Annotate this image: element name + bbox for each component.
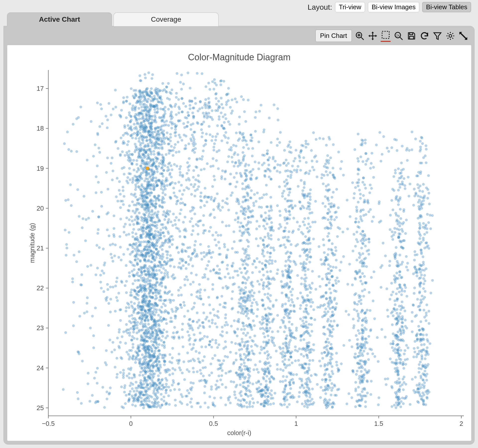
svg-point-3293 xyxy=(242,312,245,315)
svg-point-4341 xyxy=(331,242,334,245)
svg-point-2694 xyxy=(122,330,125,333)
svg-point-3445 xyxy=(266,152,268,155)
svg-point-2245 xyxy=(229,106,232,109)
svg-point-5182 xyxy=(417,346,419,349)
plot-surface[interactable]: Color-Magnitude Diagram magnitude (g) co… xyxy=(7,45,471,441)
scatter-plot[interactable]: 171819202122232425−0.500.511.52 xyxy=(7,45,471,441)
svg-point-4786 xyxy=(364,312,366,315)
svg-point-1755 xyxy=(143,195,145,198)
settings-icon[interactable] xyxy=(445,31,455,41)
svg-point-5551 xyxy=(330,215,333,218)
svg-point-3074 xyxy=(150,274,152,276)
filter-icon[interactable] xyxy=(432,31,442,41)
layout-btn-bi-view-tables[interactable]: Bi-view Tables xyxy=(422,2,471,12)
svg-point-5184 xyxy=(427,363,429,366)
pin-chart-button[interactable]: Pin Chart xyxy=(315,30,352,42)
svg-point-1778 xyxy=(133,374,136,377)
svg-point-3437 xyxy=(240,394,242,397)
svg-point-4517 xyxy=(323,351,326,354)
svg-point-5749 xyxy=(405,266,408,268)
svg-point-2770 xyxy=(128,150,130,153)
svg-point-176 xyxy=(165,153,168,156)
svg-point-3142 xyxy=(175,310,177,313)
svg-point-4217 xyxy=(307,345,310,348)
svg-point-2502 xyxy=(207,278,209,280)
pan-icon[interactable] xyxy=(368,31,378,41)
svg-point-2221 xyxy=(190,388,193,391)
svg-point-2091 xyxy=(139,144,142,147)
svg-point-4347 xyxy=(334,246,337,249)
svg-point-3410 xyxy=(244,210,247,213)
svg-point-3637 xyxy=(272,157,275,160)
svg-point-2866 xyxy=(78,215,80,218)
zoom-reset-icon[interactable]: 1x xyxy=(394,31,404,41)
svg-point-2894 xyxy=(208,374,211,377)
svg-point-4780 xyxy=(358,352,361,354)
svg-point-5806 xyxy=(268,262,271,265)
svg-point-1694 xyxy=(156,184,159,187)
svg-point-4723 xyxy=(370,187,373,190)
svg-point-3280 xyxy=(253,353,255,356)
svg-point-3077 xyxy=(216,386,219,389)
svg-point-5739 xyxy=(389,358,392,360)
svg-point-3947 xyxy=(288,286,291,288)
svg-point-2463 xyxy=(135,250,138,252)
svg-point-1400 xyxy=(138,112,141,115)
svg-point-3281 xyxy=(241,187,244,190)
svg-point-2179 xyxy=(149,199,152,202)
select-icon[interactable] xyxy=(381,30,391,42)
svg-point-5091 xyxy=(426,213,429,216)
svg-point-5317 xyxy=(429,227,432,230)
svg-point-2475 xyxy=(203,355,206,358)
svg-point-4740 xyxy=(361,252,364,255)
svg-point-4838 xyxy=(399,312,401,315)
tab-active-chart[interactable]: Active Chart xyxy=(7,12,112,26)
tab-coverage[interactable]: Coverage xyxy=(114,12,219,26)
svg-point-17 xyxy=(449,34,452,37)
svg-point-5878 xyxy=(309,286,311,289)
layout-btn-bi-view-images[interactable]: Bi-view Images xyxy=(368,2,419,12)
svg-point-4097 xyxy=(303,196,306,199)
svg-point-5841 xyxy=(402,221,405,224)
expand-icon[interactable] xyxy=(458,31,468,41)
svg-point-4151 xyxy=(294,261,296,264)
svg-point-2848 xyxy=(214,354,216,357)
svg-point-2503 xyxy=(177,289,180,292)
svg-point-3016 xyxy=(161,388,164,391)
svg-point-2566 xyxy=(185,275,188,278)
svg-point-1710 xyxy=(131,387,134,390)
svg-point-4636 xyxy=(351,396,353,399)
svg-point-2136 xyxy=(186,352,189,354)
svg-point-5829 xyxy=(294,205,297,207)
svg-point-2474 xyxy=(189,283,192,286)
svg-point-4741 xyxy=(362,331,364,334)
undo-icon[interactable] xyxy=(419,31,429,41)
svg-point-3729 xyxy=(294,360,297,362)
svg-point-4704 xyxy=(366,341,368,344)
svg-point-5305 xyxy=(418,230,420,233)
svg-point-4168 xyxy=(306,326,309,329)
svg-point-2299 xyxy=(170,127,173,130)
svg-point-3059 xyxy=(151,115,154,118)
svg-point-3400 xyxy=(248,254,250,257)
svg-point-2525 xyxy=(188,370,190,373)
svg-point-2715 xyxy=(231,160,234,163)
svg-point-5875 xyxy=(365,265,368,268)
svg-point-2897 xyxy=(130,314,133,317)
svg-point-2052 xyxy=(151,168,153,171)
svg-point-5499 xyxy=(67,148,70,151)
svg-point-2763 xyxy=(229,351,232,354)
svg-point-3098 xyxy=(239,131,241,134)
svg-point-2515 xyxy=(144,255,147,258)
zoom-in-icon[interactable] xyxy=(355,31,365,41)
svg-point-2899 xyxy=(141,363,144,365)
svg-point-2622 xyxy=(166,179,169,182)
svg-point-4499 xyxy=(322,295,325,297)
svg-point-3357 xyxy=(245,401,248,404)
svg-point-2775 xyxy=(142,249,144,252)
svg-point-2828 xyxy=(169,258,172,261)
layout-btn-tri-view[interactable]: Tri-view xyxy=(335,2,365,12)
svg-point-5042 xyxy=(399,241,402,243)
svg-point-5377 xyxy=(199,100,202,103)
save-icon[interactable] xyxy=(407,31,417,41)
